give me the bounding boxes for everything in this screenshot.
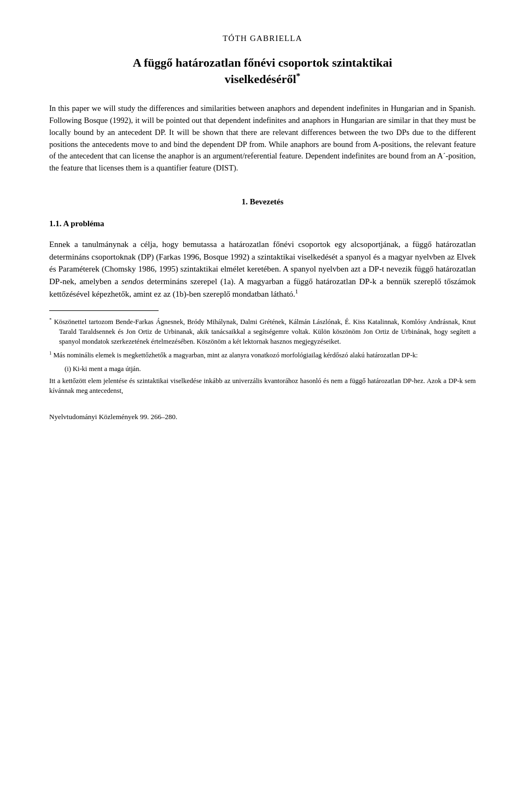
title-line2: viselkedéséről	[225, 73, 296, 86]
abstract-paragraph: In this paper we will study the differen…	[49, 103, 476, 174]
footnote-1: 1 Más nominális elemek is megkettőzhetők…	[49, 350, 476, 360]
footnote-1-marker: 1	[49, 350, 51, 356]
article-title: A függő határozatlan főnévi csoportok sz…	[49, 55, 476, 88]
footnote-1-text: Más nominális elemek is megkettőzhetők a…	[54, 352, 418, 360]
footnote-ref-1: 1	[295, 289, 298, 295]
footnote-1-continuation: Itt a kettőzött elem jelentése és szinta…	[49, 376, 476, 396]
page: TÓTH GABRIELLA A függő határozatlan főné…	[0, 0, 525, 812]
abstract-text: In this paper we will study the differen…	[49, 104, 476, 172]
section1-heading: 1. Bevezetés	[49, 196, 476, 208]
italic-sendos: sendos	[121, 277, 144, 286]
section1-1-body: Ennek a tanulmánynak a célja, hogy bemut…	[49, 238, 476, 301]
footnote-1-cont-text: Itt a kettőzött elem jelentése és szinta…	[49, 377, 476, 395]
section1-1-heading-text: 1.1. A probléma	[49, 219, 104, 228]
footer-text: Nyelvtudományi Közlemények 99. 266–280.	[49, 413, 177, 421]
author-text: TÓTH GABRIELLA	[223, 34, 302, 43]
footnote-asterisk: * Köszönettel tartozom Bende-Farkas Ágne…	[49, 316, 476, 347]
section1-number-text: 1. Bevezetés	[242, 197, 284, 206]
title-line1: A függő határozatlan főnévi csoportok sz…	[133, 56, 392, 69]
footnote-asterisk-marker: *	[49, 317, 51, 322]
footnote-example-i-text: (i) Ki-ki ment a maga útján.	[65, 365, 141, 373]
footnote-1-example-i: (i) Ki-ki ment a maga útján.	[65, 364, 476, 374]
footnote-divider	[49, 310, 159, 311]
author-name: TÓTH GABRIELLA	[49, 33, 476, 45]
section1-1-heading: 1.1. A probléma	[49, 218, 476, 230]
footer: Nyelvtudományi Közlemények 99. 266–280.	[49, 412, 476, 422]
footnote-asterisk-text: Köszönettel tartozom Bende-Farkas Ágnesn…	[54, 318, 476, 345]
title-asterisk: *	[296, 71, 301, 80]
footnote-section: * Köszönettel tartozom Bende-Farkas Ágne…	[49, 316, 476, 396]
